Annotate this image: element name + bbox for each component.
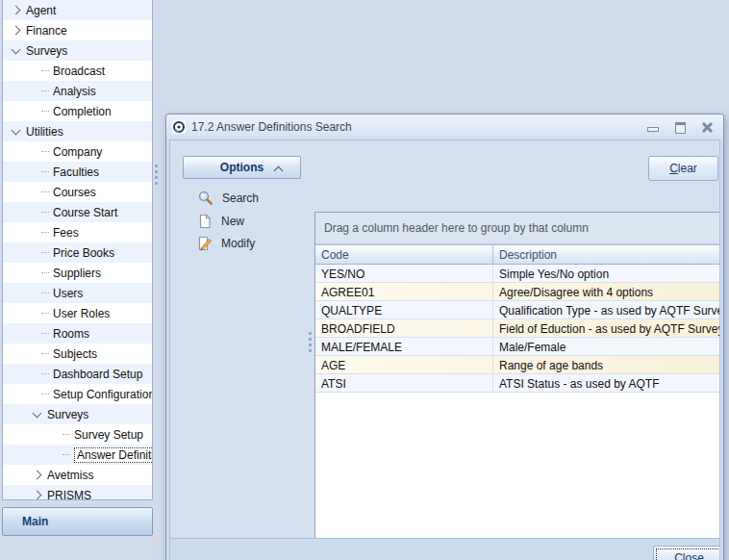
tree-connector bbox=[41, 232, 49, 233]
tree-item-analysis[interactable]: Analysis bbox=[3, 81, 152, 101]
options-panel-label: Options bbox=[220, 161, 264, 174]
app-window: { "sidebar": { "items": [ {"label":"Agen… bbox=[0, 0, 729, 560]
tree-item-dashboard-setup[interactable]: Dashboard Setup bbox=[3, 364, 152, 384]
cell-code[interactable]: AGE bbox=[315, 356, 493, 373]
tree-connector bbox=[41, 353, 49, 354]
tree-item-finance[interactable]: Finance bbox=[3, 20, 152, 40]
close-button[interactable]: Close bbox=[653, 546, 720, 560]
tree-item-surveys[interactable]: Surveys bbox=[3, 404, 152, 424]
tree-item-label: Analysis bbox=[53, 85, 96, 98]
cell-description[interactable]: Range of age bands bbox=[493, 356, 720, 373]
dialog-title: 17.2 Answer Definitions Search bbox=[191, 120, 352, 134]
tree-item-suppliers[interactable]: Suppliers bbox=[3, 263, 152, 283]
restore-icon[interactable] bbox=[674, 121, 686, 133]
tree-item-fees[interactable]: Fees bbox=[3, 222, 152, 242]
column-header-code[interactable]: Code bbox=[315, 245, 493, 264]
tree-connector bbox=[41, 333, 49, 334]
cell-code[interactable]: ATSI bbox=[315, 374, 493, 392]
collapse-panel-icon[interactable] bbox=[274, 166, 284, 176]
clear-button[interactable]: Clear bbox=[648, 156, 718, 181]
tree-connector bbox=[63, 454, 70, 455]
cell-description[interactable]: Agree/Disagree with 4 options bbox=[493, 283, 720, 300]
table-row[interactable]: QUALTYPEQualification Type - as used by … bbox=[315, 301, 720, 319]
tree-item-course-start[interactable]: Course Start bbox=[3, 202, 152, 222]
modify-menu-item[interactable]: Modify bbox=[197, 234, 255, 253]
cell-code[interactable]: MALE/FEMALE bbox=[315, 338, 493, 355]
collapse-arrow-icon[interactable] bbox=[33, 408, 42, 418]
tree-item-faculties[interactable]: Faculties bbox=[3, 162, 152, 182]
tree-item-label: Broadcast bbox=[53, 64, 105, 78]
column-header-description[interactable]: Description bbox=[493, 245, 720, 264]
sidebar-tree: AgentFinanceSurveysBroadcastAnalysisComp… bbox=[2, 0, 153, 500]
tree-item-label: Avetmiss bbox=[47, 469, 93, 482]
options-panel-header[interactable]: Options bbox=[183, 156, 301, 179]
tree-connector bbox=[41, 373, 49, 374]
cell-description[interactable]: ATSI Status - as used by AQTF bbox=[493, 374, 720, 392]
tree-connector bbox=[41, 90, 49, 91]
tree-item-answer-definitions[interactable]: Answer Definitions bbox=[3, 445, 152, 465]
tree-item-company[interactable]: Company bbox=[3, 141, 152, 162]
tree-item-agent[interactable]: Agent bbox=[3, 0, 152, 20]
tree-item-label: Utilities bbox=[26, 125, 63, 139]
tree-item-price-books[interactable]: Price Books bbox=[3, 242, 152, 263]
tree-item-subjects[interactable]: Subjects bbox=[3, 344, 152, 364]
expand-arrow-icon[interactable] bbox=[33, 491, 42, 500]
tree-item-prisms[interactable]: PRISMS bbox=[3, 485, 152, 500]
modify-document-icon bbox=[197, 236, 213, 251]
tree-connector bbox=[41, 171, 49, 172]
table-row[interactable]: MALE/FEMALEMale/Female bbox=[315, 338, 720, 356]
panel-splitter-handle[interactable] bbox=[309, 329, 312, 355]
expand-arrow-icon[interactable] bbox=[12, 26, 21, 36]
tree-connector bbox=[41, 272, 49, 273]
tree-item-label: Setup Configuration bbox=[53, 388, 153, 401]
sidebar-main-button[interactable]: Main bbox=[2, 507, 153, 536]
table-row[interactable]: ATSIATSI Status - as used by AQTF bbox=[315, 374, 720, 393]
tree-item-setup-configuration[interactable]: Setup Configuration bbox=[3, 384, 152, 404]
new-menu-item[interactable]: New bbox=[197, 212, 244, 231]
table-row[interactable]: BROADFIELDField of Eduction - as used by… bbox=[315, 319, 720, 338]
close-button-label: Close bbox=[674, 551, 704, 560]
table-row[interactable]: YES/NOSimple Yes/No option bbox=[315, 265, 720, 283]
table-row[interactable]: AGREE01Agree/Disagree with 4 options bbox=[315, 283, 720, 301]
cell-description[interactable]: Qualification Type - as used by AQTF Sur… bbox=[493, 301, 720, 318]
tree-item-avetmiss[interactable]: Avetmiss bbox=[3, 465, 152, 485]
cell-description[interactable]: Simple Yes/No option bbox=[493, 265, 720, 282]
tree-item-user-roles[interactable]: User Roles bbox=[3, 303, 152, 323]
sidebar-main-label: Main bbox=[22, 515, 48, 528]
cell-code[interactable]: QUALTYPE bbox=[315, 301, 493, 318]
minimize-icon[interactable] bbox=[646, 121, 658, 133]
tree-item-utilities[interactable]: Utilities bbox=[3, 121, 152, 141]
table-row[interactable]: AGERange of age bands bbox=[315, 356, 720, 374]
cell-code[interactable]: BROADFIELD bbox=[315, 319, 493, 337]
tree-item-label: User Roles bbox=[53, 307, 110, 320]
tree-item-survey-setup[interactable]: Survey Setup bbox=[3, 424, 152, 445]
tree-item-surveys[interactable]: Surveys bbox=[3, 40, 152, 61]
tree-item-label: Suppliers bbox=[53, 267, 101, 280]
cell-code[interactable]: AGREE01 bbox=[315, 283, 493, 300]
tree-item-completion[interactable]: Completion bbox=[3, 101, 152, 121]
tree-item-courses[interactable]: Courses bbox=[3, 182, 152, 202]
tree-connector bbox=[41, 70, 49, 71]
collapse-arrow-icon[interactable] bbox=[12, 125, 21, 135]
group-by-hint: Drag a column header here to group by th… bbox=[324, 221, 589, 235]
expand-arrow-icon[interactable] bbox=[33, 471, 42, 480]
cell-code[interactable]: YES/NO bbox=[315, 265, 493, 282]
tree-item-label: Fees bbox=[53, 226, 79, 240]
group-by-panel[interactable]: Drag a column header here to group by th… bbox=[315, 213, 720, 244]
tree-item-rooms[interactable]: Rooms bbox=[3, 323, 152, 344]
cell-description[interactable]: Male/Female bbox=[493, 338, 720, 355]
tree-item-broadcast[interactable]: Broadcast bbox=[3, 61, 152, 81]
sidebar-splitter-handle[interactable] bbox=[155, 162, 159, 188]
collapse-arrow-icon[interactable] bbox=[12, 44, 21, 54]
cell-description[interactable]: Field of Eduction - as used by AQTF Surv… bbox=[493, 319, 720, 337]
close-icon[interactable] bbox=[702, 121, 714, 133]
tree-connector bbox=[41, 252, 49, 253]
grid-header-row: Code Description bbox=[315, 244, 720, 265]
dialog-app-icon bbox=[172, 120, 186, 134]
search-menu-item[interactable]: Search bbox=[197, 189, 259, 208]
expand-arrow-icon[interactable] bbox=[12, 6, 21, 15]
dialog-titlebar[interactable]: 17.2 Answer Definitions Search bbox=[166, 115, 723, 139]
tree-connector bbox=[41, 151, 49, 152]
tree-item-label: Surveys bbox=[47, 408, 88, 421]
tree-item-users[interactable]: Users bbox=[3, 283, 152, 303]
